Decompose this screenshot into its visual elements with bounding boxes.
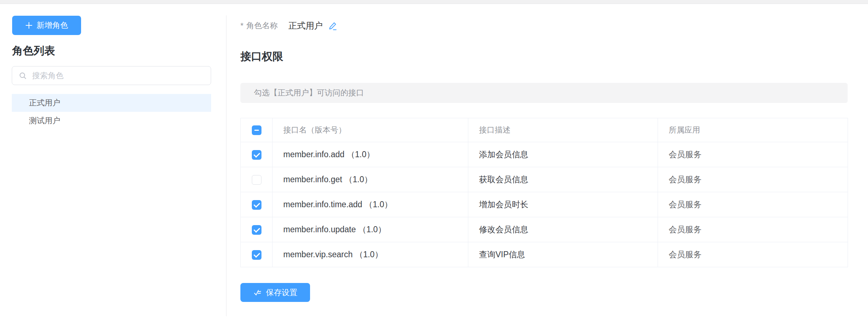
role-item-label: 测试用户 [29,115,60,126]
role-permission-page: 新增角色 角色列表 正式用户 测试用户 * 角色名称 正式用户 [0,0,868,328]
save-settings-label: 保存设置 [266,289,298,297]
table-row: member.info.get （1.0） 获取会员信息 会员服务 [241,167,848,192]
cell-app: 会员服务 [658,167,848,192]
cell-app: 会员服务 [658,217,848,242]
role-item-label: 正式用户 [29,98,60,108]
finished-check-icon [253,288,262,297]
role-sidebar: 新增角色 角色列表 正式用户 测试用户 [0,4,226,328]
role-name-value: 正式用户 [289,20,323,31]
row-checkbox[interactable] [252,175,261,185]
role-search-box[interactable] [12,66,211,85]
cell-app: 会员服务 [658,242,848,267]
role-list: 正式用户 测试用户 [12,94,211,130]
required-mark: * [240,21,244,30]
cell-interface-name: member.info.update （1.0） [273,217,468,242]
select-all-checkbox[interactable] [252,125,261,135]
plus-icon [25,22,33,29]
cell-app: 会员服务 [658,192,848,217]
edit-pencil-icon[interactable] [328,21,338,31]
cell-interface-description: 获取会员信息 [468,167,658,192]
table-row: member.info.time.add （1.0） 增加会员时长 会员服务 [241,192,848,217]
column-header-name: 接口名（版本号） [273,118,468,142]
add-role-button[interactable]: 新增角色 [12,16,81,35]
row-checkbox[interactable] [252,150,261,160]
table-row: member.info.update （1.0） 修改会员信息 会员服务 [241,217,848,242]
cell-interface-name: member.info.add （1.0） [273,142,468,167]
cell-interface-description: 增加会员时长 [468,192,658,217]
row-checkbox[interactable] [252,200,261,210]
search-icon [19,71,27,80]
notice-bar: 勾选【正式用户】可访问的接口 [240,83,848,103]
interface-permission-table: 接口名（版本号） 接口描述 所属应用 member.info.add （1.0）… [240,118,848,267]
table-row: member.info.add （1.0） 添加会员信息 会员服务 [241,142,848,167]
role-name-row: * 角色名称 正式用户 [240,20,338,31]
row-checkbox[interactable] [252,225,261,235]
cell-interface-description: 添加会员信息 [468,142,658,167]
table-body: member.info.add （1.0） 添加会员信息 会员服务 member… [241,142,848,267]
cell-interface-name: member.vip.search （1.0） [273,242,468,267]
cell-interface-name: member.info.time.add （1.0） [273,192,468,217]
sidebar-role-item-0[interactable]: 正式用户 [12,94,211,112]
column-header-app: 所属应用 [658,118,848,142]
cell-interface-name: member.info.get （1.0） [273,167,468,192]
section-title: 接口权限 [240,49,283,64]
cell-interface-description: 修改会员信息 [468,217,658,242]
role-list-title: 角色列表 [12,44,55,58]
cell-interface-description: 查询VIP信息 [468,242,658,267]
role-search-input[interactable] [31,71,211,81]
sidebar-main-divider [226,15,226,316]
row-checkbox[interactable] [252,250,261,260]
table-header-row: 接口名（版本号） 接口描述 所属应用 [241,118,848,142]
save-settings-button[interactable]: 保存设置 [240,283,310,302]
column-header-description: 接口描述 [468,118,658,142]
cell-app: 会员服务 [658,142,848,167]
notice-text: 勾选【正式用户】可访问的接口 [254,88,364,98]
role-name-label: 角色名称 [246,20,278,31]
table-row: member.vip.search （1.0） 查询VIP信息 会员服务 [241,242,848,267]
sidebar-role-item-1[interactable]: 测试用户 [12,112,211,130]
add-role-button-label: 新增角色 [37,21,68,29]
